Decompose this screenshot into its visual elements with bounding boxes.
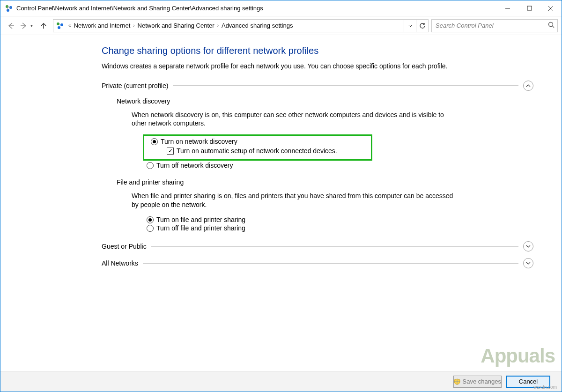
breadcrumb-item[interactable]: Network and Sharing Center xyxy=(138,22,214,29)
cancel-button[interactable]: Cancel xyxy=(506,376,550,388)
window-title: Control Panel\Network and Internet\Netwo… xyxy=(16,5,263,12)
nav-back-button[interactable] xyxy=(4,19,17,32)
subsection-file-printer: File and printer sharing xyxy=(117,178,533,186)
file-printer-desc: When file and printer sharing is on, fil… xyxy=(132,192,459,209)
chevron-right-icon: › xyxy=(131,23,136,28)
search-icon xyxy=(548,22,555,30)
save-changes-button[interactable]: Save changes xyxy=(453,376,502,388)
expand-icon[interactable] xyxy=(523,258,533,268)
search-input[interactable] xyxy=(436,22,557,29)
divider xyxy=(143,263,518,264)
checkbox-icon: ✓ xyxy=(167,148,174,155)
svg-line-15 xyxy=(553,26,555,28)
svg-point-14 xyxy=(549,22,553,27)
highlighted-options: Turn on network discovery ✓ Turn on auto… xyxy=(143,134,372,161)
shield-icon xyxy=(454,378,460,385)
radio-label: Turn off network discovery xyxy=(156,162,233,169)
svg-point-12 xyxy=(60,23,63,26)
refresh-button[interactable] xyxy=(416,20,428,32)
checkbox-auto-setup[interactable]: ✓ Turn on automatic setup of network con… xyxy=(167,147,368,155)
radio-turn-on-sharing[interactable]: Turn on file and printer sharing xyxy=(147,216,533,223)
radio-icon xyxy=(147,225,154,232)
nav-forward-button[interactable] xyxy=(17,19,30,32)
svg-rect-6 xyxy=(527,6,532,10)
chevron-left-icon: « xyxy=(67,23,73,28)
section-header-all[interactable]: All Networks xyxy=(102,258,533,268)
svg-point-11 xyxy=(57,22,59,25)
radio-icon xyxy=(151,138,158,145)
minimize-button[interactable] xyxy=(497,0,518,16)
breadcrumb-item[interactable]: Advanced sharing settings xyxy=(222,22,293,29)
section-title: All Networks xyxy=(102,259,138,267)
address-bar[interactable]: « Network and Internet › Network and Sha… xyxy=(53,19,429,32)
section-title: Private (current profile) xyxy=(102,82,168,89)
radio-label: Turn on network discovery xyxy=(161,138,237,145)
divider xyxy=(173,85,518,86)
svg-point-13 xyxy=(58,26,60,29)
radio-icon xyxy=(147,162,154,169)
page-heading: Change sharing options for different net… xyxy=(102,45,533,56)
button-label: Save changes xyxy=(463,378,501,385)
network-discovery-desc: When network discovery is on, this compu… xyxy=(132,111,459,128)
breadcrumb-item[interactable]: Network and Internet xyxy=(74,22,131,29)
maximize-button[interactable] xyxy=(518,0,540,16)
nav-bar: ▾ « Network and Internet › Network and S… xyxy=(0,16,562,35)
radio-turn-on-discovery[interactable]: Turn on network discovery xyxy=(151,138,368,145)
button-label: Cancel xyxy=(519,378,538,385)
address-icon xyxy=(56,22,64,30)
subsection-network-discovery: Network discovery xyxy=(117,97,533,105)
nav-history-dropdown[interactable]: ▾ xyxy=(30,23,37,28)
radio-label: Turn off file and printer sharing xyxy=(156,224,245,232)
radio-icon xyxy=(147,216,154,223)
nav-up-button[interactable] xyxy=(37,19,50,32)
radio-label: Turn on file and printer sharing xyxy=(156,216,245,223)
section-header-private[interactable]: Private (current profile) xyxy=(102,81,533,91)
footer-bar: Save changes Cancel xyxy=(0,371,562,392)
section-header-guest[interactable]: Guest or Public xyxy=(102,241,533,251)
expand-icon[interactable] xyxy=(523,241,533,251)
close-button[interactable] xyxy=(540,0,562,16)
control-panel-icon xyxy=(5,5,13,12)
content-area: Change sharing options for different net… xyxy=(0,35,562,371)
radio-turn-off-sharing[interactable]: Turn off file and printer sharing xyxy=(147,224,533,232)
address-dropdown-button[interactable] xyxy=(404,20,416,32)
divider xyxy=(151,246,518,247)
chevron-right-icon: › xyxy=(215,23,221,28)
section-title: Guest or Public xyxy=(102,243,147,250)
search-box[interactable] xyxy=(431,19,558,32)
radio-turn-off-discovery[interactable]: Turn off network discovery xyxy=(147,162,533,169)
page-subtext: Windows creates a separate network profi… xyxy=(102,62,458,71)
collapse-icon[interactable] xyxy=(523,81,533,91)
title-bar: Control Panel\Network and Internet\Netwo… xyxy=(0,0,562,16)
checkbox-label: Turn on automatic setup of network conne… xyxy=(177,147,337,155)
